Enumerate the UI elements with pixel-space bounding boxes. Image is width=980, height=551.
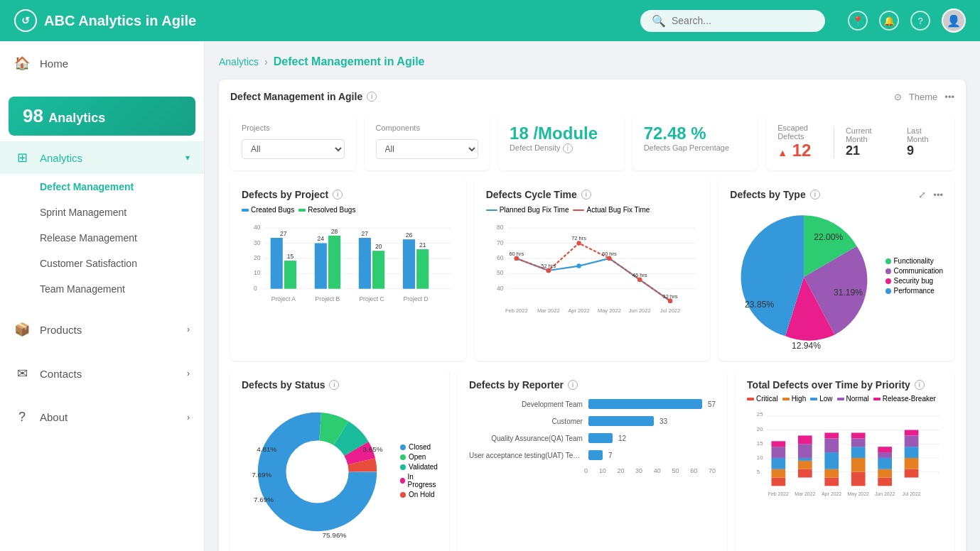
svg-point-48 — [576, 241, 581, 245]
by-reporter-info-icon[interactable]: i — [568, 380, 578, 390]
avatar[interactable]: 👤 — [942, 9, 966, 33]
sidebar-contacts-label: Contacts — [40, 368, 82, 380]
analytics-badge: 98 Analytics — [9, 97, 195, 136]
sidebar-sub-team-management[interactable]: Team Management — [0, 276, 204, 302]
svg-rect-89 — [772, 469, 786, 478]
reporter-label-4: User acceptance testing(UAT) Team — [469, 452, 583, 459]
svg-text:Project D: Project D — [403, 295, 428, 302]
reporter-row-1: Development Team 57 — [469, 399, 716, 409]
svg-rect-104 — [824, 433, 839, 439]
dashboard-info-icon[interactable]: i — [367, 92, 377, 102]
sidebar-about-label: About — [40, 411, 68, 423]
reporter-row-3: Quality Assurance(QA) Team 12 — [469, 433, 716, 443]
more-icon-type[interactable]: ••• — [933, 190, 943, 200]
metric-projects: Projects All — [230, 114, 356, 170]
by-type-pie: 22.00% 31.19% 12.94% 23.85% — [730, 203, 878, 351]
chart-defects-by-status: Defects by Status i 4.81% — [230, 369, 449, 551]
svg-rect-88 — [772, 478, 786, 486]
svg-rect-11 — [284, 261, 296, 289]
svg-rect-122 — [905, 430, 919, 436]
svg-text:Mar 2022: Mar 2022 — [795, 491, 815, 496]
bell-icon[interactable]: 🔔 — [879, 11, 899, 31]
defect-density-info[interactable]: i — [563, 143, 573, 153]
svg-text:10: 10 — [254, 269, 261, 276]
svg-rect-25 — [403, 239, 415, 289]
reporter-bar-3 — [588, 433, 613, 443]
svg-rect-26 — [416, 249, 429, 289]
reporter-val-1: 57 — [708, 400, 716, 408]
svg-rect-114 — [878, 458, 892, 469]
search-input[interactable] — [672, 15, 814, 26]
svg-text:31.19%: 31.19% — [834, 288, 863, 298]
svg-text:Jun 2022: Jun 2022 — [875, 491, 895, 496]
svg-text:Jun 2022: Jun 2022 — [628, 307, 650, 314]
metric-gap-percentage: 72.48 % Defects Gap Percentage — [632, 114, 758, 170]
chart-defects-over-time: Total Defects over Time by Priority i Cr… — [736, 369, 954, 551]
reporter-val-3: 12 — [618, 435, 626, 442]
svg-text:60 hrs: 60 hrs — [509, 251, 524, 257]
svg-text:40: 40 — [254, 224, 261, 231]
sidebar-item-home[interactable]: 🏠 Home — [0, 47, 204, 80]
sidebar-home-section: 🏠 Home — [0, 41, 204, 85]
over-time-chart: 25 20 15 10 5 — [747, 405, 943, 505]
svg-text:15: 15 — [757, 440, 763, 447]
location-icon[interactable]: 📍 — [848, 11, 868, 31]
by-project-info-icon[interactable]: i — [333, 190, 343, 200]
sidebar-sub-release-management[interactable]: Release Management — [0, 225, 204, 251]
svg-rect-119 — [905, 458, 919, 469]
more-icon[interactable]: ••• — [944, 92, 954, 102]
breadcrumb-separator: › — [264, 56, 268, 67]
products-icon: 📦 — [14, 322, 30, 337]
by-status-title: Defects by Status i — [242, 379, 438, 391]
svg-rect-92 — [772, 441, 786, 447]
expand-icon[interactable]: ⤢ — [918, 190, 926, 200]
over-time-info-icon[interactable]: i — [915, 380, 925, 390]
projects-label: Projects — [242, 124, 345, 132]
defect-density-label: Defect Density i — [510, 143, 613, 153]
layout: 🏠 Home 98 Analytics ⊞ Analytics ▾ Defect… — [0, 0, 980, 551]
breadcrumb-link[interactable]: Analytics — [219, 56, 259, 67]
chart-by-project-title: Defects by Project i — [242, 189, 455, 200]
by-type-info-icon[interactable]: i — [810, 190, 820, 200]
search-box[interactable]: 🔍 — [640, 10, 825, 32]
last-month-label: Last Month — [907, 126, 943, 143]
theme-label[interactable]: Theme — [909, 92, 937, 102]
cycle-time-info-icon[interactable]: i — [581, 190, 591, 200]
svg-rect-97 — [798, 444, 812, 458]
help-icon[interactable]: ? — [910, 11, 930, 31]
sidebar-item-about[interactable]: ? About › — [0, 401, 204, 433]
components-select[interactable]: All — [376, 139, 479, 159]
projects-select[interactable]: All — [242, 139, 345, 159]
dashboard-title: Defect Management in Agile i — [230, 91, 377, 102]
reporter-bar-2 — [588, 416, 654, 426]
chart-defects-by-reporter: Defects by Reporter i Development Team 5… — [458, 369, 727, 551]
main-content: Analytics › Defect Management in Agile D… — [205, 41, 980, 551]
svg-text:Apr 2022: Apr 2022 — [568, 307, 589, 314]
svg-text:27: 27 — [362, 230, 369, 237]
svg-text:26: 26 — [406, 231, 413, 239]
by-status-info-icon[interactable]: i — [329, 380, 339, 390]
sidebar-submenu-analytics: Defect Management Sprint Management Rele… — [0, 174, 204, 302]
by-project-chart: 40 30 20 10 0 — [242, 214, 455, 327]
chart-row-1: Defects by Project i Created Bugs Resolv… — [230, 179, 954, 361]
sidebar-sub-customer-satisfaction[interactable]: Customer Satisfaction — [0, 251, 204, 276]
sidebar-item-contacts[interactable]: ✉ Contacts › — [0, 357, 204, 390]
metric-defect-density: 18 /Module Defect Density i — [498, 114, 624, 170]
metric-components: Components All — [365, 114, 490, 170]
breadcrumb-current: Defect Management in Agile — [274, 55, 425, 68]
by-type-legend: Functionality Communication Security bug… — [885, 257, 943, 297]
svg-text:Project B: Project B — [316, 295, 340, 302]
svg-rect-91 — [772, 447, 786, 458]
svg-text:60: 60 — [497, 254, 504, 261]
sidebar-item-analytics[interactable]: ⊞ Analytics ▾ — [0, 141, 204, 174]
svg-text:40: 40 — [497, 285, 504, 292]
svg-text:15: 15 — [287, 253, 294, 260]
sidebar-item-products[interactable]: 📦 Products › — [0, 313, 204, 346]
sidebar-contacts-section: ✉ Contacts › — [0, 351, 204, 395]
sidebar-sub-defect-management[interactable]: Defect Management — [0, 174, 204, 200]
cycle-time-legend: Planned Bug Fix Time Actual Bug Fix Time — [486, 206, 699, 214]
svg-rect-95 — [798, 461, 812, 469]
sidebar-sub-sprint-management[interactable]: Sprint Management — [0, 200, 204, 225]
svg-point-50 — [637, 278, 642, 282]
svg-text:70: 70 — [497, 239, 504, 246]
